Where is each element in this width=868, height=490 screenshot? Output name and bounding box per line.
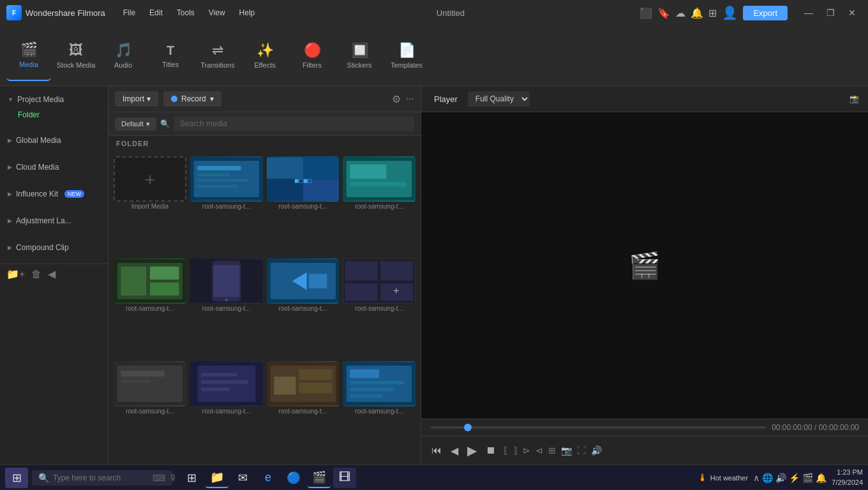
search-icon: 🔍	[160, 119, 170, 128]
import-button[interactable]: Import ▾	[115, 91, 158, 107]
volume-icon[interactable]: 🔊	[591, 445, 602, 456]
tray-network[interactable]: 🌐	[762, 473, 773, 483]
media-thumb-8[interactable]: root-samsung-t...	[114, 361, 186, 459]
titles-label: Titles	[162, 61, 179, 68]
system-time[interactable]: 1:23 PM 7/29/2024	[832, 468, 863, 487]
add-folder-icon[interactable]: 📁+	[6, 268, 25, 280]
bell-icon[interactable]: 🔔	[691, 7, 703, 19]
tray-volume[interactable]: 🔊	[775, 473, 786, 483]
left-section-adjustment-la-header[interactable]: ▶ Adjustment La...	[0, 212, 108, 229]
player-tab[interactable]: Player	[430, 93, 461, 105]
prev-frame-button[interactable]: ⏮	[430, 443, 443, 457]
media-thumb-11[interactable]: root-samsung-t...	[343, 361, 415, 459]
left-section-influence-kit-header[interactable]: ▶ Influence Kit NEW	[0, 186, 108, 202]
progress-bar[interactable]	[430, 426, 767, 429]
folder-label[interactable]: Folder	[0, 108, 108, 122]
import-media-box[interactable]: ＋	[114, 156, 186, 202]
media-thumb-3[interactable]: root-samsung-t...	[343, 156, 415, 255]
screen-icon[interactable]: ⬛	[640, 7, 652, 19]
bookmark-icon[interactable]: 🔖	[657, 7, 670, 19]
taskbar-edge[interactable]: e	[257, 468, 280, 488]
toolbar-transitions[interactable]: ⇌ Transitions	[195, 30, 240, 81]
media-thumb-5[interactable]: root-samsung-t...	[190, 258, 263, 357]
left-section-global-media-header[interactable]: ▶ Global Media	[0, 132, 108, 149]
tray-filmora-icon[interactable]: 🎬	[802, 473, 813, 483]
media-thumb-10[interactable]: root-samsung-t...	[267, 361, 340, 459]
import-media-thumb[interactable]: ＋ Import Media	[114, 156, 186, 255]
transitions-icon: ⇌	[212, 42, 223, 59]
prev-keyframe-icon[interactable]: ⊲	[535, 445, 543, 456]
taskbar-mail[interactable]: ✉	[231, 468, 254, 488]
delete-icon[interactable]: 🗑	[31, 269, 41, 280]
left-section-project-media-header[interactable]: ▼ Project Media	[0, 91, 108, 108]
media-thumb-9[interactable]: root-samsung-t...	[190, 361, 263, 459]
minimize-button[interactable]: —	[799, 5, 818, 20]
weather-widget[interactable]: 🌡 Hot weather	[698, 472, 748, 484]
record-label: Record	[181, 94, 206, 103]
tray-show-hidden[interactable]: ∧	[753, 473, 760, 483]
left-section-cloud-media-header[interactable]: ▶ Cloud Media	[0, 159, 108, 175]
record-button[interactable]: Record ▾	[163, 91, 221, 107]
tray-battery[interactable]: ⚡	[789, 473, 800, 483]
play-button[interactable]: ▶	[466, 442, 478, 459]
filter-icon[interactable]: ⚙	[392, 93, 401, 105]
left-section-compound-clip-header[interactable]: ▶ Compound Clip	[0, 239, 108, 256]
svg-rect-53	[350, 381, 405, 385]
toolbar-templates[interactable]: 📄 Templates	[384, 30, 429, 81]
menu-view[interactable]: View	[202, 6, 232, 20]
menu-edit[interactable]: Edit	[143, 6, 169, 20]
thumb-label-8: root-samsung-t...	[114, 406, 186, 416]
taskbar-file-explorer[interactable]: 📁	[206, 468, 228, 488]
mark-in-icon[interactable]: ⟦	[504, 445, 508, 456]
more-icon[interactable]: ···	[406, 93, 414, 105]
grid-icon[interactable]: ⊞	[708, 7, 717, 19]
thumb-label-5: root-samsung-t...	[190, 304, 263, 313]
close-button[interactable]: ✕	[842, 5, 862, 20]
split-screen-icon[interactable]: ⊞	[548, 445, 556, 456]
keyframe-icon[interactable]: ⊳	[523, 445, 530, 456]
screenshot-icon[interactable]: 📸	[849, 94, 859, 103]
clock-time: 1:23 PM	[832, 468, 863, 477]
menu-tools[interactable]: Tools	[170, 6, 201, 20]
progress-handle[interactable]	[464, 424, 472, 431]
toolbar-stickers[interactable]: 🔲 Stickers	[337, 30, 382, 81]
stop-button[interactable]: ⏹	[484, 443, 497, 457]
audio-label: Audio	[114, 61, 132, 69]
menu-help[interactable]: Help	[233, 6, 262, 20]
taskbar-filmora[interactable]: 🎬	[308, 468, 331, 488]
sort-button[interactable]: Default ▾	[115, 117, 156, 131]
collapse-icon[interactable]: ◀	[48, 268, 56, 280]
camera-icon[interactable]: 📷	[561, 445, 572, 456]
taskbar-filmora-2[interactable]: 🎞	[333, 468, 356, 488]
toolbar-filters[interactable]: 🔴 Filters	[290, 30, 334, 81]
search-input[interactable]	[174, 116, 414, 131]
toolbar-titles[interactable]: T Titles	[148, 30, 193, 81]
maximize-button[interactable]: ❐	[821, 5, 840, 20]
svg-rect-20	[150, 267, 179, 279]
start-button[interactable]: ⊞	[5, 468, 28, 488]
fullscreen-icon[interactable]: ⛶	[577, 445, 586, 456]
media-thumb-2[interactable]: ◼◻◼◻ root-samsung-t...	[267, 156, 340, 255]
export-button[interactable]: Export	[743, 6, 788, 20]
quality-select[interactable]: Full Quality 1/2 Quality 1/4 Quality	[468, 91, 530, 107]
media-thumb-6[interactable]: root-samsung-t...	[267, 258, 340, 357]
taskbar-search-box[interactable]: 🔍 ⌨ 🎙	[32, 470, 172, 486]
sort-chevron-icon: ▾	[146, 120, 150, 128]
toolbar-audio[interactable]: 🎵 Audio	[101, 30, 146, 81]
media-thumb-7[interactable]: + root-samsung-t...	[343, 258, 415, 357]
tray-notification[interactable]: 🔔	[816, 473, 827, 483]
taskbar-search-input[interactable]	[53, 473, 149, 482]
taskbar-chrome[interactable]: 🔵	[282, 468, 305, 488]
toolbar-stock-media[interactable]: 🖼 Stock Media	[54, 30, 98, 81]
toolbar-media[interactable]: 🎬 Media	[6, 30, 51, 81]
step-back-button[interactable]: ◀	[449, 443, 460, 458]
cloud-icon[interactable]: ☁	[675, 7, 685, 19]
mark-out-icon[interactable]: ⟧	[513, 445, 518, 456]
toolbar-effects[interactable]: ✨ Effects	[243, 30, 287, 81]
menu-file[interactable]: File	[117, 6, 142, 20]
stock-media-icon: 🖼	[69, 42, 83, 59]
media-thumb-1[interactable]: root-samsung-t...	[190, 156, 263, 255]
taskbar-task-view[interactable]: ⊞	[180, 468, 203, 488]
media-thumb-4[interactable]: root-samsung-t...	[114, 258, 186, 357]
user-avatar[interactable]: 👤	[722, 5, 738, 20]
